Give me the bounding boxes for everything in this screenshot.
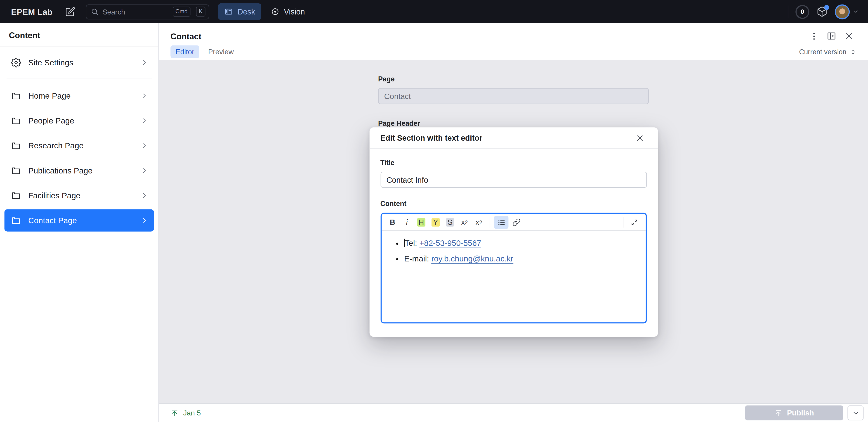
chevron-right-icon — [141, 117, 148, 125]
tab-vision[interactable]: Vision — [266, 7, 310, 16]
sort-chevrons-icon — [850, 49, 856, 55]
sidebar-divider — [6, 79, 152, 79]
app-window: EPEM Lab Cmd K Desk Vision — [0, 0, 868, 422]
update-dot — [825, 5, 829, 10]
highlight-gray-button[interactable]: S — [444, 216, 456, 229]
desk-icon — [224, 7, 233, 16]
page-field-label: Page — [378, 75, 649, 83]
sidebar-item-publications-page[interactable]: Publications Page — [4, 159, 154, 182]
superscript-button[interactable]: x2 — [458, 216, 471, 229]
overflow-menu-button[interactable] — [807, 29, 821, 43]
list-item: E-mail: roy.b.chung@knu.ac.kr — [404, 252, 634, 265]
bold-button[interactable]: B — [386, 216, 399, 229]
version-label: Current version — [799, 48, 846, 56]
topbar-right-group: 0 — [788, 4, 859, 19]
title-field-label: Title — [380, 159, 647, 167]
tab-editor[interactable]: Editor — [170, 46, 199, 58]
expand-editor-button[interactable] — [628, 216, 641, 229]
close-icon — [845, 32, 854, 40]
user-menu[interactable] — [835, 4, 859, 19]
version-selector[interactable]: Current version — [799, 48, 856, 56]
link-button[interactable] — [510, 216, 523, 229]
tab-vision-label: Vision — [284, 7, 305, 16]
tel-link[interactable]: +82-53-950-5567 — [419, 239, 481, 248]
last-published-chip[interactable]: Jan 5 — [170, 409, 201, 417]
chevron-right-icon — [141, 59, 148, 66]
publish-button[interactable]: Publish — [745, 405, 843, 420]
list-item: Tel: +82-53-950-5567 — [404, 237, 634, 250]
folder-icon — [11, 116, 21, 126]
chevron-right-icon — [141, 142, 148, 150]
shortcut-key-k: K — [196, 7, 206, 17]
sidebar-item-research-page[interactable]: Research Page — [4, 134, 154, 157]
bullet-list-button[interactable] — [494, 216, 508, 229]
close-icon — [636, 134, 644, 142]
sidebar-item-home-page[interactable]: Home Page — [4, 85, 154, 107]
folder-icon — [11, 141, 21, 151]
publish-up-icon — [170, 409, 179, 417]
sidebar-header: Content — [0, 23, 158, 47]
italic-button[interactable]: i — [401, 216, 413, 229]
rich-text-editor: B i H Y S x2 x2 — [380, 213, 647, 323]
editor-canvas: Page Contact Page Header Edit Section wi… — [159, 60, 868, 403]
top-bar: EPEM Lab Cmd K Desk Vision — [0, 0, 868, 23]
chevron-down-icon — [852, 409, 860, 417]
dots-vertical-icon — [809, 31, 818, 41]
folder-icon — [11, 91, 21, 101]
sidebar-item-site-settings[interactable]: Site Settings — [4, 52, 154, 74]
document-footer: Jan 5 Publish — [159, 403, 868, 422]
document-panel: Contact — [159, 23, 868, 422]
global-search: Cmd K — [86, 4, 209, 19]
gear-icon — [11, 58, 21, 68]
sidebar-item-label: Site Settings — [28, 58, 73, 67]
vision-eye-icon — [271, 7, 279, 16]
sidebar-item-label: Home Page — [28, 91, 71, 100]
compose-button[interactable] — [63, 4, 78, 20]
sidebar-nav: Site Settings Home Page — [0, 47, 158, 239]
last-published-date: Jan 5 — [183, 409, 201, 417]
chevron-right-icon — [141, 167, 148, 174]
chevron-right-icon — [141, 191, 148, 199]
notifications-badge[interactable]: 0 — [796, 5, 809, 19]
sidebar-item-label: Publications Page — [28, 166, 92, 175]
sidebar-item-facilities-page[interactable]: Facilities Page — [4, 184, 154, 207]
bullet-list-icon — [497, 218, 505, 227]
dialog-header: Edit Section with text editor — [369, 127, 657, 149]
chevron-right-icon — [141, 217, 148, 224]
search-input[interactable] — [102, 7, 168, 16]
toolbar-divider — [489, 217, 490, 228]
title-field-input[interactable] — [380, 172, 647, 188]
updates-button[interactable] — [816, 6, 828, 17]
content-sidebar: Content Site Settings Ho — [0, 23, 159, 422]
publish-menu-button[interactable] — [847, 405, 864, 420]
email-link[interactable]: roy.b.chung@knu.ac.kr — [431, 254, 513, 263]
sidebar-title: Content — [9, 31, 149, 40]
split-pane-button[interactable] — [825, 29, 839, 43]
page-header-field-label: Page Header — [378, 120, 649, 127]
sidebar-item-label: People Page — [28, 116, 74, 125]
highlight-green-button[interactable]: H — [415, 216, 428, 229]
page-title: Contact — [170, 31, 202, 41]
search-icon — [91, 8, 98, 16]
tab-preview[interactable]: Preview — [203, 46, 239, 58]
toolbar-divider — [623, 217, 624, 228]
tab-desk[interactable]: Desk — [218, 3, 261, 20]
close-pane-button[interactable] — [842, 29, 857, 43]
document-form: Page Contact Page Header — [378, 60, 649, 127]
editor-content-area[interactable]: Tel: +82-53-950-5567 E-mail: roy.b.chung… — [381, 231, 645, 322]
publish-label: Publish — [787, 409, 814, 417]
tab-desk-label: Desk — [237, 7, 255, 16]
bullet-list: Tel: +82-53-950-5567 E-mail: roy.b.chung… — [393, 237, 634, 265]
topbar-divider — [788, 5, 788, 18]
sidebar-item-people-page[interactable]: People Page — [4, 110, 154, 132]
panel-header: Contact — [159, 23, 868, 60]
page-field-input[interactable]: Contact — [378, 88, 649, 104]
highlight-yellow-button[interactable]: Y — [429, 216, 442, 229]
workspace-brand[interactable]: EPEM Lab — [11, 7, 53, 17]
dialog-close-button[interactable] — [633, 131, 647, 145]
sidebar-item-contact-page[interactable]: Contact Page — [4, 209, 154, 232]
edit-section-dialog: Edit Section with text editor Title Cont… — [369, 127, 657, 337]
publish-up-icon — [774, 409, 782, 417]
subscript-button[interactable]: x2 — [472, 216, 485, 229]
avatar — [835, 4, 850, 19]
